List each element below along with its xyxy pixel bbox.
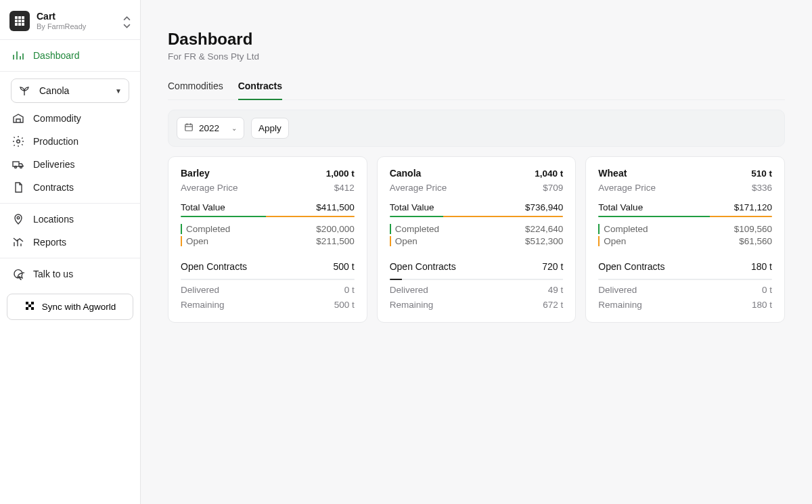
nav-label: Dashboard: [33, 50, 80, 61]
commodity-card: Wheat 510 t Average Price $336 Total Val…: [585, 156, 785, 323]
remaining-label: Remaining: [598, 300, 642, 310]
chat-icon: [12, 268, 24, 280]
sidebar: Cart By FarmReady Dashboard Canola ▼ Com…: [0, 0, 141, 504]
avg-price-value: $709: [543, 183, 563, 193]
svg-rect-0: [15, 16, 18, 19]
svg-point-11: [15, 166, 17, 168]
nav-deliveries[interactable]: Deliveries: [5, 153, 135, 176]
nav-dashboard[interactable]: Dashboard: [5, 44, 135, 67]
main-content: Dashboard For FR & Sons Pty Ltd Commodit…: [141, 0, 812, 504]
total-value-label: Total Value: [598, 202, 643, 212]
completed-value: $109,560: [734, 224, 772, 234]
total-value: $736,940: [525, 202, 563, 212]
svg-rect-4: [18, 20, 21, 22]
delivered-label: Delivered: [598, 285, 637, 295]
open-label: Open: [181, 236, 208, 246]
svg-rect-8: [22, 23, 24, 26]
remaining-label: Remaining: [181, 300, 225, 310]
nav-commodity[interactable]: Commodity: [5, 107, 135, 130]
svg-rect-16: [28, 304, 31, 307]
apply-button[interactable]: Apply: [251, 118, 289, 139]
delivered-value: 49 t: [548, 285, 564, 295]
nav-label: Locations: [33, 214, 74, 225]
remaining-value: 672 t: [543, 300, 563, 310]
delivered-label: Delivered: [390, 285, 428, 295]
chevron-down-icon: ⌄: [231, 124, 237, 132]
remaining-label: Remaining: [390, 300, 434, 310]
bar-chart-icon: [12, 49, 24, 62]
delivered-value: 0 t: [344, 285, 355, 295]
svg-rect-5: [22, 20, 24, 22]
brand-switcher[interactable]: Cart By FarmReady: [0, 7, 140, 39]
open-value: $61,560: [739, 236, 772, 246]
completed-label: Completed: [598, 224, 648, 234]
completed-label: Completed: [181, 224, 230, 234]
value-progress-bar: [181, 216, 355, 217]
filter-bar: 2022 ⌄ Apply: [168, 110, 785, 147]
open-contracts-value: 180 t: [751, 261, 772, 272]
svg-rect-15: [31, 302, 34, 304]
warehouse-icon: [12, 112, 24, 124]
svg-rect-3: [15, 20, 18, 22]
tab-contracts[interactable]: Contracts: [238, 75, 282, 99]
analytics-icon: [12, 236, 24, 248]
commodity-card: Canola 1,040 t Average Price $709 Total …: [377, 156, 577, 323]
completed-value: $224,640: [525, 224, 563, 234]
open-contracts-label: Open Contracts: [598, 261, 664, 272]
open-contracts-label: Open Contracts: [181, 261, 247, 272]
calendar-icon: [184, 122, 194, 134]
tab-commodities[interactable]: Commodities: [168, 75, 223, 99]
delivery-progress-bar: [390, 279, 564, 280]
nav-reports[interactable]: Reports: [5, 231, 135, 254]
sync-icon: [24, 300, 35, 313]
nav-contracts[interactable]: Contracts: [5, 176, 135, 199]
avg-price-value: $336: [752, 183, 772, 193]
sync-agworld-button[interactable]: Sync with Agworld: [7, 294, 133, 320]
avg-price-label: Average Price: [390, 183, 447, 193]
total-value-label: Total Value: [390, 202, 434, 212]
card-tons: 510 t: [751, 168, 772, 179]
nav-label: Deliveries: [33, 159, 74, 170]
gear-icon: [12, 135, 24, 147]
svg-rect-14: [26, 302, 28, 304]
open-value: $211,500: [316, 236, 354, 246]
nav-locations[interactable]: Locations: [5, 208, 135, 231]
document-icon: [12, 181, 24, 193]
pin-icon: [12, 213, 24, 225]
nav-production[interactable]: Production: [5, 130, 135, 153]
nav-label: Commodity: [33, 113, 81, 124]
open-contracts-value: 500 t: [334, 261, 355, 272]
open-label: Open: [390, 236, 418, 246]
avg-price-value: $412: [334, 183, 355, 193]
open-label: Open: [598, 236, 626, 246]
card-tons: 1,040 t: [535, 168, 563, 179]
commodity-card: Barley 1,000 t Average Price $412 Total …: [168, 156, 367, 323]
card-commodity-name: Canola: [390, 168, 422, 179]
caret-down-icon: ▼: [115, 87, 122, 95]
commodity-select-value: Canola: [39, 85, 69, 96]
svg-rect-6: [15, 23, 18, 26]
app-logo-icon: [9, 11, 30, 31]
year-select[interactable]: 2022 ⌄: [177, 117, 244, 139]
svg-rect-18: [31, 307, 34, 310]
remaining-value: 180 t: [752, 300, 772, 310]
truck-icon: [12, 158, 24, 170]
value-progress-bar: [598, 216, 772, 217]
page-subtitle: For FR & Sons Pty Ltd: [168, 51, 785, 62]
brand-subtitle: By FarmReady: [37, 22, 86, 31]
year-value: 2022: [199, 123, 219, 133]
up-down-chevron-icon: [123, 15, 131, 30]
nav-label: Contracts: [33, 182, 74, 193]
card-tons: 1,000 t: [326, 168, 355, 179]
open-contracts-value: 720 t: [542, 261, 563, 272]
open-contracts-label: Open Contracts: [390, 261, 456, 272]
nav-talk-to-us[interactable]: Talk to us: [5, 262, 135, 285]
svg-point-13: [17, 216, 20, 219]
svg-rect-7: [18, 23, 21, 26]
avg-price-label: Average Price: [181, 183, 238, 193]
delivered-value: 0 t: [762, 285, 772, 295]
sync-label: Sync with Agworld: [42, 302, 116, 312]
commodity-cards-row: Barley 1,000 t Average Price $412 Total …: [168, 156, 785, 323]
card-commodity-name: Wheat: [598, 168, 627, 179]
commodity-select[interactable]: Canola ▼: [11, 78, 129, 103]
